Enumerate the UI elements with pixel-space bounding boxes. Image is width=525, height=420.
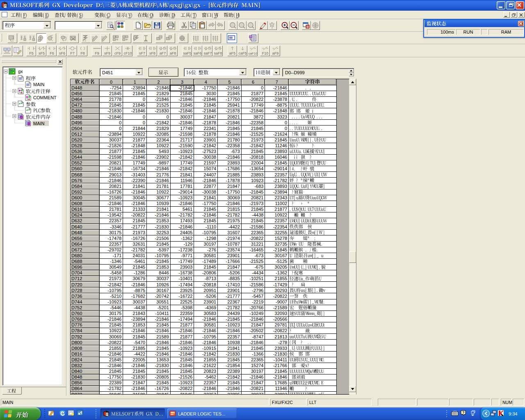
svg-text:6: 6 bbox=[252, 80, 254, 84]
svg-text:-5398: -5398 bbox=[181, 305, 192, 310]
svg-text:D472: D472 bbox=[71, 103, 82, 107]
svg-text:-21526: -21526 bbox=[178, 374, 192, 379]
svg-text:-20822: -20822 bbox=[273, 328, 287, 333]
svg-text:-10787: -10787 bbox=[226, 242, 240, 247]
svg-text:-21782: -21782 bbox=[273, 178, 287, 183]
svg-text:-21846: -21846 bbox=[226, 328, 240, 333]
svg-text:D504: D504 bbox=[71, 126, 82, 131]
svg-text:10922: 10922 bbox=[133, 132, 146, 137]
svg-text:-21846: -21846 bbox=[155, 328, 169, 333]
svg-text:-3346: -3346 bbox=[110, 224, 121, 229]
svg-text:NUM: NUM bbox=[502, 400, 512, 405]
svg-text:11002: 11002 bbox=[275, 201, 287, 206]
svg-text:31607: 31607 bbox=[227, 230, 240, 235]
svg-text:21975: 21975 bbox=[227, 218, 240, 223]
svg-text:22004: 22004 bbox=[251, 160, 264, 165]
svg-text:24031: 24031 bbox=[133, 253, 146, 258]
svg-text:21845: 21845 bbox=[275, 137, 288, 142]
svg-text:21829: 21829 bbox=[156, 91, 169, 96]
svg-text:20821: 20821 bbox=[109, 160, 122, 165]
svg-text:cF9: cF9 bbox=[114, 51, 121, 55]
svg-text:23901: 23901 bbox=[204, 299, 217, 304]
svg-text:-21842: -21842 bbox=[226, 374, 240, 379]
svg-text:sF7: sF7 bbox=[139, 51, 145, 55]
svg-text:D728: D728 bbox=[71, 288, 82, 293]
svg-text:22364: 22364 bbox=[156, 137, 169, 142]
svg-text:21845: 21845 bbox=[275, 91, 288, 96]
svg-text:3323: 3323 bbox=[277, 114, 287, 119]
svg-text:D792: D792 bbox=[71, 334, 82, 339]
svg-text:D672: D672 bbox=[71, 247, 82, 252]
svg-text:20821: 20821 bbox=[227, 114, 240, 119]
svg-text:-10923: -10923 bbox=[178, 346, 192, 351]
svg-text:-21846: -21846 bbox=[202, 328, 216, 333]
svg-text:-19542: -19542 bbox=[107, 212, 121, 217]
svg-text:22341: 22341 bbox=[204, 126, 217, 131]
svg-text:15074: 15074 bbox=[204, 166, 217, 171]
svg-text:16046: 16046 bbox=[275, 155, 288, 160]
svg-text:-21846: -21846 bbox=[226, 155, 240, 160]
svg-text:23925: 23925 bbox=[180, 288, 193, 293]
svg-text:saF6: saF6 bbox=[193, 51, 201, 55]
svg-text:-21973: -21973 bbox=[249, 201, 263, 206]
svg-text:24407: 24407 bbox=[204, 172, 217, 177]
svg-text:21973: 21973 bbox=[109, 276, 122, 281]
svg-text:-21846: -21846 bbox=[178, 328, 192, 333]
svg-text:-21846: -21846 bbox=[202, 340, 216, 345]
svg-text:21845: 21845 bbox=[109, 369, 122, 374]
svg-text:4: 4 bbox=[205, 80, 207, 84]
svg-text:-5470: -5470 bbox=[134, 340, 145, 345]
svg-text:-5206: -5206 bbox=[205, 294, 216, 299]
svg-text:-10923: -10923 bbox=[178, 149, 192, 154]
svg-text:21847: 21847 bbox=[251, 322, 264, 327]
svg-text:0: 0 bbox=[119, 120, 121, 125]
svg-text:D480: D480 bbox=[71, 108, 82, 113]
svg-text:-21826: -21826 bbox=[107, 143, 121, 148]
svg-text:F10: F10 bbox=[262, 51, 269, 55]
svg-text:D840: D840 bbox=[71, 369, 82, 374]
svg-text:17749: 17749 bbox=[180, 160, 193, 165]
svg-text:-21846: -21846 bbox=[202, 212, 216, 217]
svg-text:FXU/FX2C: FXU/FX2C bbox=[272, 400, 293, 405]
svg-text:D584: D584 bbox=[71, 184, 82, 189]
svg-text:15274: 15274 bbox=[251, 363, 264, 368]
svg-text:0: 0 bbox=[119, 126, 121, 131]
svg-text:21877: 21877 bbox=[275, 207, 288, 212]
svg-text:-8713: -8713 bbox=[205, 276, 216, 281]
svg-text:-21846: -21846 bbox=[178, 363, 192, 368]
svg-text:21845: 21845 bbox=[180, 369, 193, 374]
svg-text:-21846: -21846 bbox=[107, 317, 121, 322]
svg-text:D760: D760 bbox=[71, 311, 82, 316]
svg-text:30069: 30069 bbox=[227, 195, 240, 200]
svg-text:MAIN: MAIN bbox=[33, 121, 45, 126]
svg-text:-278: -278 bbox=[278, 340, 287, 345]
svg-text:21525: 21525 bbox=[156, 103, 169, 107]
svg-text:sF6: sF6 bbox=[59, 51, 65, 55]
svg-text:-20822: -20822 bbox=[249, 236, 263, 241]
svg-text:-10411: -10411 bbox=[274, 357, 287, 362]
svg-text:-17750: -17750 bbox=[202, 201, 216, 206]
svg-text:gx: gx bbox=[18, 69, 23, 74]
svg-text:21841: 21841 bbox=[133, 184, 146, 189]
svg-text:D712: D712 bbox=[71, 276, 82, 281]
svg-text:-27523: -27523 bbox=[202, 149, 216, 154]
svg-text:15278: 15278 bbox=[275, 236, 288, 241]
svg-text:-21590: -21590 bbox=[178, 143, 192, 148]
svg-text:-21846: -21846 bbox=[202, 386, 216, 391]
svg-text:D536: D536 bbox=[71, 149, 82, 154]
svg-text:2: 2 bbox=[157, 80, 160, 84]
svg-text:-17429: -17429 bbox=[273, 282, 287, 287]
svg-text:-13654: -13654 bbox=[249, 166, 263, 171]
svg-text:-4438: -4438 bbox=[252, 212, 263, 217]
svg-text:-10795: -10795 bbox=[202, 230, 216, 235]
svg-text:-10795: -10795 bbox=[155, 253, 169, 258]
svg-text:10938: 10938 bbox=[227, 340, 240, 345]
svg-text:22389: 22389 bbox=[227, 369, 240, 374]
svg-text:-21846: -21846 bbox=[249, 317, 263, 322]
svg-text:-16726: -16726 bbox=[155, 386, 169, 391]
svg-text:29781: 29781 bbox=[275, 322, 288, 327]
svg-text:10922: 10922 bbox=[109, 328, 122, 333]
svg-text:D768: D768 bbox=[71, 317, 82, 322]
svg-text:30037: 30037 bbox=[109, 137, 122, 142]
svg-text:-21842: -21842 bbox=[107, 282, 121, 287]
